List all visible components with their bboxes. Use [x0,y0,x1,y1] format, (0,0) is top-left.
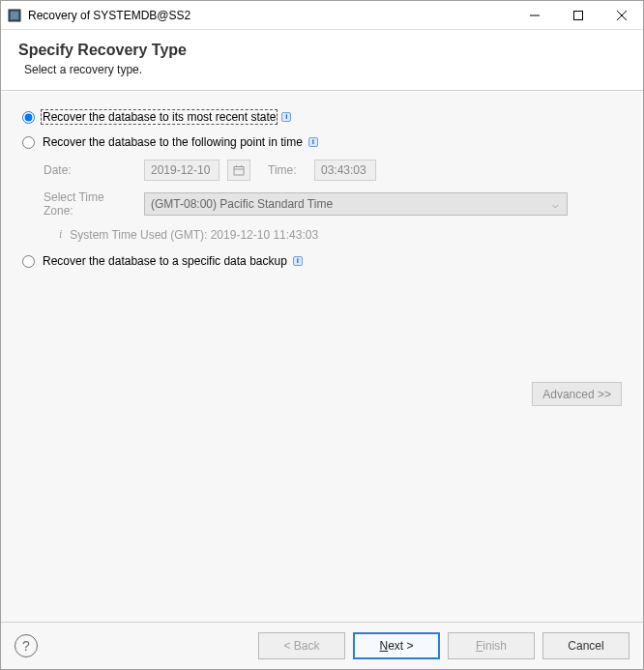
maximize-button[interactable] [556,1,600,29]
option-point-in-time-label: Recover the database to the following po… [41,134,305,150]
timezone-select[interactable]: (GMT-08:00) Pacific Standard Time [144,192,568,216]
info-icon[interactable]: i [281,112,291,122]
window-title: Recovery of SYSTEMDB@SS2 [28,9,512,22]
date-label: Date: [44,163,136,177]
next-button[interactable]: Next > [353,632,440,659]
help-button[interactable]: ? [15,634,38,657]
info-icon[interactable]: i [293,256,303,266]
date-field[interactable]: 2019-12-10 [144,160,220,181]
info-icon[interactable]: i [308,137,318,147]
option-specific-backup-radio[interactable] [22,255,35,268]
svg-rect-6 [234,167,244,176]
point-in-time-form: Date: 2019-12-10 Time: 03:43:03 Select T… [44,160,622,242]
calendar-icon[interactable] [227,160,250,181]
window-controls [512,1,643,29]
option-point-in-time-radio[interactable] [22,136,35,149]
minimize-button[interactable] [512,1,556,29]
timezone-row: Select Time Zone: (GMT-08:00) Pacific St… [44,190,622,218]
wizard-content: Recover the database to its most recent … [1,91,643,622]
option-recent-state-radio[interactable] [22,111,35,124]
option-specific-backup[interactable]: Recover the database to a specific data … [22,253,622,269]
app-icon [7,8,22,23]
svg-rect-1 [11,12,18,19]
timezone-label: Select Time Zone: [44,190,136,218]
svg-rect-3 [573,11,582,19]
option-point-in-time[interactable]: Recover the database to the following po… [22,134,622,150]
close-button[interactable] [600,1,643,29]
info-icon: i [59,227,62,242]
system-time-text: System Time Used (GMT): 2019-12-10 11:43… [70,228,318,242]
dialog-window: Recovery of SYSTEMDB@SS2 Specify Recover… [0,0,644,670]
system-time-row: i System Time Used (GMT): 2019-12-10 11:… [59,227,622,242]
page-subtitle: Select a recovery type. [18,63,626,76]
titlebar[interactable]: Recovery of SYSTEMDB@SS2 [1,1,643,30]
page-title: Specify Recovery Type [18,42,626,59]
time-field[interactable]: 03:43:03 [314,160,376,181]
wizard-header: Specify Recovery Type Select a recovery … [1,30,643,91]
finish-button[interactable]: Finish [448,632,535,659]
option-recent-state-label: Recover the database to its most recent … [41,109,278,125]
cancel-button[interactable]: Cancel [542,632,629,659]
back-button[interactable]: < Back [258,632,345,659]
advanced-button[interactable]: Advanced >> [532,382,622,406]
date-time-row: Date: 2019-12-10 Time: 03:43:03 [44,160,622,181]
option-specific-backup-label: Recover the database to a specific data … [41,253,289,269]
time-label: Time: [268,163,307,177]
wizard-footer: ? < Back Next > Finish Cancel [1,622,643,669]
option-recent-state[interactable]: Recover the database to its most recent … [22,109,622,125]
